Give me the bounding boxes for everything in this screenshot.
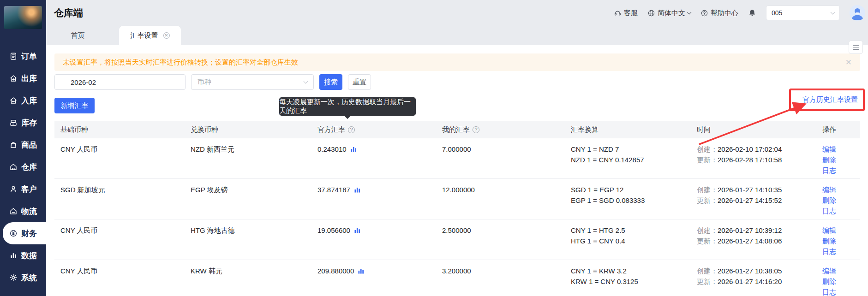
- col-header-actions: 操作: [812, 125, 836, 134]
- tab-exchange-rate-settings[interactable]: 汇率设置 ✕: [119, 26, 181, 45]
- sidebar-item-label: 系统: [21, 272, 37, 283]
- cell-quote-currency: EGP 埃及镑: [191, 184, 317, 195]
- tabbar: 首页 汇率设置 ✕: [46, 26, 868, 45]
- sidebar-item-label: 财务: [21, 228, 37, 239]
- tab-home[interactable]: 首页: [46, 26, 109, 45]
- cell-time: 创建：2026-01-27 14:10:35 更新：2026-01-27 14:…: [697, 184, 812, 206]
- sidebar-item-label: 入库: [21, 95, 37, 106]
- col-header-quote-currency: 兑换币种: [191, 125, 317, 134]
- col-header-base-currency: 基础币种: [60, 125, 191, 134]
- sidebar-item-warehouse[interactable]: 仓库: [0, 156, 46, 178]
- cell-conversion: CNY 1 = KRW 3.2 KRW 1 = CNY 0.3125: [571, 266, 697, 287]
- table-header: 基础币种 兑换币种 官方汇率 ? 我的汇率 ? 汇率换算 时间 操作: [54, 121, 860, 138]
- cell-my-rate: 12.000000: [442, 184, 571, 195]
- cell-quote-currency: KRW 韩元: [191, 266, 317, 276]
- cell-time: 创建：2026-01-27 10:39:12 更新：2026-01-27 14:…: [697, 225, 812, 246]
- rate-history-chart-icon[interactable]: [351, 146, 357, 152]
- close-tab-icon[interactable]: ✕: [163, 32, 170, 39]
- delete-link[interactable]: 删除: [822, 195, 836, 206]
- annotation-red-box: 官方历史汇率设置: [789, 89, 865, 111]
- sidebar-item-orders[interactable]: 订单: [0, 45, 46, 67]
- cell-my-rate: 2.500000: [442, 225, 571, 236]
- sidebar-item-label: 数据: [21, 250, 37, 261]
- delete-link[interactable]: 删除: [822, 276, 836, 287]
- logo-image: [4, 6, 42, 29]
- cell-actions: 编辑 删除 日志: [812, 184, 836, 216]
- search-button[interactable]: 搜索: [319, 74, 342, 90]
- sidebar-item-system[interactable]: 系统: [0, 266, 46, 289]
- sidebar-item-logistics[interactable]: 物流: [0, 200, 46, 222]
- cell-time: 创建：2026-02-10 17:02:04 更新：2026-02-28 17:…: [697, 144, 812, 165]
- rate-history-chart-icon[interactable]: [354, 187, 360, 193]
- cell-actions: 编辑 删除 日志: [812, 266, 836, 296]
- month-input[interactable]: 2026-02: [54, 74, 186, 90]
- headset-icon: [614, 9, 622, 17]
- reset-button[interactable]: 重置: [348, 74, 371, 90]
- notification-bell-icon[interactable]: [748, 9, 756, 17]
- table-row: SGD 新加坡元 EGP 埃及镑 37.874187 12.000000 SGD…: [54, 179, 860, 219]
- edit-link[interactable]: 编辑: [822, 144, 836, 154]
- official-rate-tooltip: 每天凌晨更新一次，历史数据取当月最后一天的汇率: [279, 97, 416, 116]
- log-link[interactable]: 日志: [822, 165, 836, 176]
- edit-link[interactable]: 编辑: [822, 225, 836, 236]
- chevron-down-icon: [304, 79, 308, 83]
- language-selector[interactable]: 简体中文: [647, 9, 691, 18]
- sidebar-item-data[interactable]: 数据: [0, 244, 46, 266]
- inventory-icon: [9, 118, 18, 127]
- sidebar-item-label: 出库: [21, 73, 37, 84]
- account-select[interactable]: 005: [766, 6, 840, 20]
- cell-official-rate: 37.874187: [317, 184, 350, 195]
- topbar-actions: 客服 简体中文 帮助中心 005: [614, 0, 865, 26]
- delete-link[interactable]: 删除: [822, 236, 836, 246]
- warning-banner: 未设置汇率，将按照当天实时汇率进行价格转换；设置的汇率对全部仓库生效 ✕: [54, 53, 860, 71]
- document-icon: [9, 52, 18, 60]
- app-title: 仓库端: [54, 6, 83, 19]
- edit-link[interactable]: 编辑: [822, 184, 836, 195]
- cell-actions: 编辑 删除 日志: [812, 225, 836, 257]
- sidebar-item-finance[interactable]: 财务: [3, 222, 46, 244]
- sidebar-item-products[interactable]: 商品: [0, 134, 46, 156]
- official-rate-help-icon[interactable]: ?: [348, 126, 355, 133]
- add-rate-button[interactable]: 新增汇率: [54, 98, 95, 113]
- chevron-down-icon: [687, 10, 692, 14]
- close-banner-icon[interactable]: ✕: [845, 59, 852, 66]
- cell-conversion: SGD 1 = EGP 12 EGP 1 = SGD 0.083333: [571, 184, 697, 206]
- cell-base-currency: CNY 人民币: [60, 144, 191, 154]
- log-link[interactable]: 日志: [822, 287, 836, 296]
- sidebar-item-inventory[interactable]: 库存: [0, 112, 46, 134]
- delete-link[interactable]: 删除: [822, 154, 836, 165]
- col-header-time: 时间: [697, 125, 812, 134]
- question-circle-icon: [700, 9, 708, 17]
- rate-history-chart-icon[interactable]: [354, 227, 360, 233]
- cell-official-rate: 19.056600: [317, 225, 350, 236]
- cell-base-currency: SGD 新加坡元: [60, 184, 191, 195]
- globe-icon: [647, 9, 655, 17]
- sidebar: 订单 出库 入库 库存 商品 仓库 客户: [0, 0, 46, 296]
- col-header-my-rate: 我的汇率: [442, 125, 470, 134]
- sidebar-item-outbound[interactable]: 出库: [0, 67, 46, 89]
- customer-service-button[interactable]: 客服: [614, 9, 638, 18]
- avatar[interactable]: [850, 5, 865, 21]
- cell-conversion: CNY 1 = HTG 2.5 HTG 1 = CNY 0.4: [571, 225, 697, 246]
- sidebar-item-customers[interactable]: 客户: [0, 178, 46, 200]
- currency-select[interactable]: 币种: [191, 74, 314, 90]
- official-history-rate-link[interactable]: 官方历史汇率设置: [802, 95, 858, 104]
- my-rate-help-icon[interactable]: ?: [473, 126, 479, 133]
- tab-list-menu-button[interactable]: [849, 41, 863, 54]
- system-icon: [9, 273, 18, 282]
- cell-official-rate: 0.243010: [317, 144, 347, 154]
- sidebar-item-label: 订单: [21, 51, 37, 62]
- edit-link[interactable]: 编辑: [822, 266, 836, 276]
- rate-history-chart-icon[interactable]: [358, 268, 364, 274]
- table-body: CNY 人民币 NZD 新西兰元 0.243010 7.000000 CNY 1…: [54, 138, 860, 296]
- sidebar-item-label: 物流: [21, 206, 37, 217]
- filter-bar: 2026-02 币种 搜索 重置: [54, 74, 371, 90]
- cell-actions: 编辑 删除 日志: [812, 144, 836, 176]
- cell-quote-currency: HTG 海地古德: [191, 225, 317, 236]
- sidebar-item-label: 仓库: [21, 162, 37, 172]
- log-link[interactable]: 日志: [822, 206, 836, 216]
- sidebar-item-inbound[interactable]: 入库: [0, 89, 46, 112]
- help-center-button[interactable]: 帮助中心: [700, 9, 738, 18]
- log-link[interactable]: 日志: [822, 246, 836, 257]
- sidebar-item-label: 商品: [21, 140, 37, 150]
